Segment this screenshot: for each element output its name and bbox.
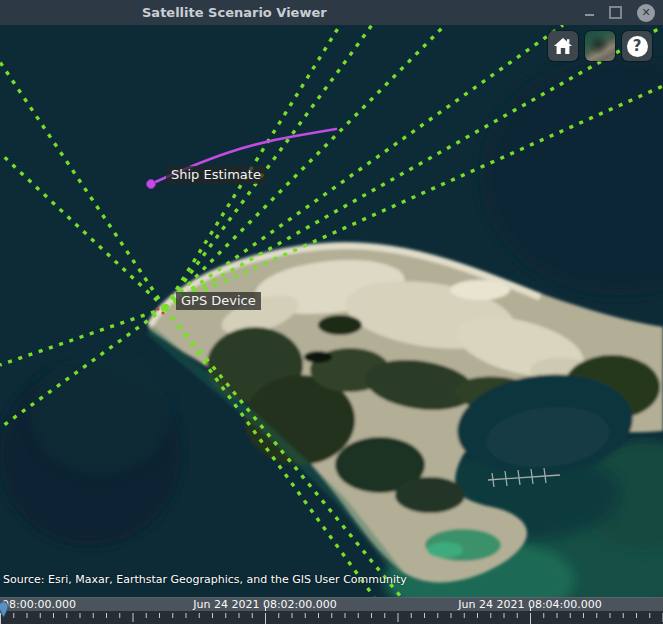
window-title: Satellite Scenario Viewer bbox=[142, 0, 327, 25]
gps-receiver-marker bbox=[161, 311, 164, 314]
satellite-scenario-viewer-window: Satellite Scenario Viewer ✕ bbox=[0, 0, 663, 624]
ruler-ticks bbox=[0, 613, 663, 624]
basemap-button[interactable] bbox=[585, 31, 615, 61]
titlebar[interactable]: Satellite Scenario Viewer ✕ bbox=[0, 0, 663, 25]
satellite-basemap bbox=[0, 25, 663, 597]
home-icon bbox=[553, 37, 573, 55]
gps-receiver-marker bbox=[156, 307, 159, 310]
minimize-button[interactable] bbox=[585, 14, 594, 16]
gps-device-label: GPS Device bbox=[176, 292, 261, 310]
timeline-bar[interactable]: 08:00:00.000 Jun 24 2021 08:02:00.000 Ju… bbox=[0, 597, 663, 611]
map-viewport[interactable]: Ship Estimate GPS Device ? Source: Esri,… bbox=[0, 25, 663, 597]
help-button[interactable]: ? bbox=[622, 31, 652, 61]
close-button[interactable]: ✕ bbox=[637, 4, 655, 22]
help-icon: ? bbox=[627, 36, 648, 57]
timeline-playhead[interactable] bbox=[0, 601, 9, 622]
timeline-ruler[interactable] bbox=[0, 611, 663, 624]
basemap-thumbnail bbox=[585, 31, 615, 61]
timeline-label-start: 08:00:00.000 bbox=[2, 598, 76, 611]
playhead-icon bbox=[0, 601, 9, 618]
ship-estimate-label: Ship Estimate bbox=[166, 166, 266, 184]
maximize-button[interactable] bbox=[609, 6, 622, 19]
attribution: Source: Esri, Maxar, Earthstar Geographi… bbox=[3, 573, 407, 586]
home-button[interactable] bbox=[548, 31, 578, 61]
close-icon: ✕ bbox=[641, 6, 650, 19]
window-controls: ✕ bbox=[585, 0, 655, 25]
ship-position-dot bbox=[147, 180, 156, 189]
